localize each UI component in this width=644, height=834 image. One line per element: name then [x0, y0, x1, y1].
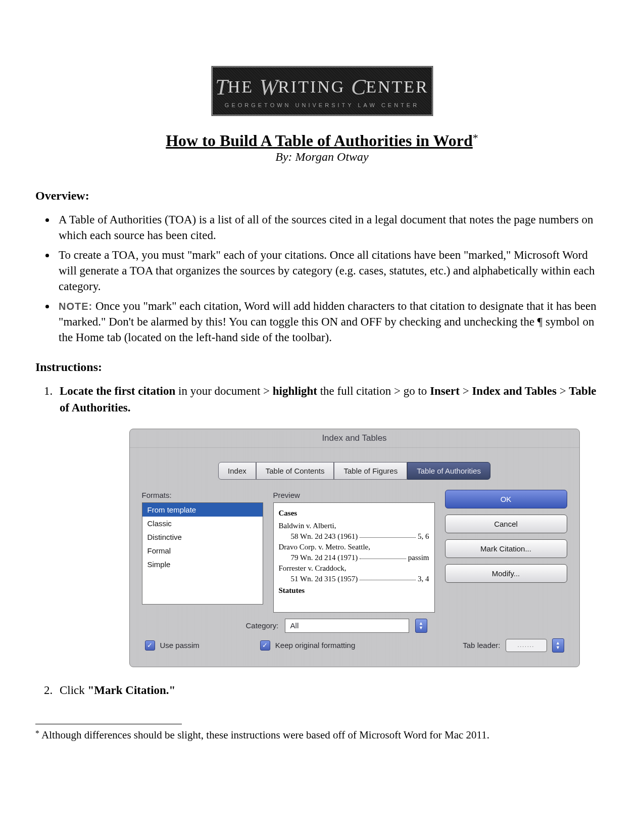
overview-list: A Table of Authorities (TOA) is a list o… [56, 212, 609, 345]
preview-case-1-cite: 58 Wn. 2d 243 (1961)5, 6 [279, 531, 429, 542]
formats-listbox[interactable]: From template Classic Distinctive Formal… [142, 502, 263, 605]
use-passim-label: Use passim [160, 640, 200, 651]
footnote: * Although differences should be slight,… [35, 728, 609, 742]
index-and-tables-dialog: Index and Tables Index Table of Contents… [129, 429, 580, 667]
modify-button[interactable]: Modify... [445, 564, 567, 583]
instruction-step-2: Click "Mark Citation." [56, 682, 609, 699]
overview-item: To create a TOA, you must "mark" each of… [56, 247, 609, 294]
use-passim-checkbox[interactable]: ✓ [145, 640, 155, 651]
cancel-button[interactable]: Cancel [445, 515, 567, 533]
format-option-simple[interactable]: Simple [142, 558, 263, 571]
preview-case-1: Baldwin v. Alberti, [279, 521, 429, 531]
format-option-distinctive[interactable]: Distinctive [142, 530, 263, 544]
keep-formatting-checkbox[interactable]: ✓ [260, 640, 270, 651]
ok-button[interactable]: OK [445, 490, 567, 508]
logo-sub-text: GEORGETOWN UNIVERSITY LAW CENTER [225, 102, 419, 108]
byline: By: Morgan Otway [35, 150, 609, 164]
preview-heading-statutes: Statutes [279, 585, 429, 596]
chevron-down-icon: ▼ [419, 626, 423, 630]
footnote-rule [35, 724, 182, 724]
tab-index[interactable]: Index [218, 462, 256, 480]
keep-formatting-label: Keep original formatting [275, 640, 355, 651]
tab-leader-stepper[interactable]: ▲▼ [552, 638, 564, 653]
page-title: How to Build A Table of Authorities in W… [35, 131, 609, 150]
format-option-formal[interactable]: Formal [142, 544, 263, 558]
overview-heading: Overview: [35, 189, 609, 203]
preview-case-2: Dravo Corp. v. Metro. Seattle, [279, 542, 429, 552]
category-stepper[interactable]: ▲▼ [415, 619, 427, 633]
tab-table-of-figures[interactable]: Table of Figures [334, 462, 407, 480]
dialog-tabs: Index Table of Contents Table of Figures… [130, 462, 579, 480]
header-logo: THE WRITING CENTER GEORGETOWN UNIVERSITY… [35, 66, 609, 116]
footnote-text: Although differences should be slight, t… [39, 729, 489, 741]
chevron-down-icon: ▼ [556, 645, 560, 650]
overview-item: A Table of Authorities (TOA) is a list o… [56, 212, 609, 243]
category-value: All [290, 620, 299, 631]
category-label: Category: [246, 620, 279, 631]
preview-label: Preview [273, 490, 435, 500]
instructions-list: Locate the first citation in your docume… [56, 383, 609, 699]
title-footnote-marker: * [473, 131, 478, 144]
footnote-marker: * [35, 729, 39, 737]
preview-case-2-cite: 79 Wn. 2d 214 (1971)passim [279, 552, 429, 563]
format-option-from-template[interactable]: From template [142, 503, 263, 517]
tab-table-of-contents[interactable]: Table of Contents [256, 462, 334, 480]
tab-leader-label: Tab leader: [463, 640, 500, 651]
logo-main-text: THE WRITING CENTER [215, 74, 429, 100]
format-option-classic[interactable]: Classic [142, 517, 263, 530]
instructions-heading: Instructions: [35, 360, 609, 374]
tab-leader-select[interactable]: ....... [506, 639, 547, 652]
preview-pane: Cases Baldwin v. Alberti, 58 Wn. 2d 243 … [273, 502, 435, 613]
formats-label: Formats: [142, 490, 263, 500]
overview-item: NOTE: Once you "mark" each citation, Wor… [56, 298, 609, 345]
dialog-title: Index and Tables [130, 429, 579, 448]
preview-case-3-cite: 51 Wn. 2d 315 (1957)3, 4 [279, 574, 429, 584]
note-label: NOTE: [59, 301, 92, 312]
mark-citation-button[interactable]: Mark Citation... [445, 539, 567, 558]
preview-case-3: Forrester v. Craddock, [279, 563, 429, 574]
preview-heading-cases: Cases [279, 508, 429, 519]
category-select[interactable]: All [285, 619, 409, 633]
instruction-step-1: Locate the first citation in your docume… [56, 383, 609, 667]
tab-table-of-authorities[interactable]: Table of Authorities [407, 462, 490, 480]
title-text: How to Build A Table of Authorities in W… [166, 131, 473, 150]
